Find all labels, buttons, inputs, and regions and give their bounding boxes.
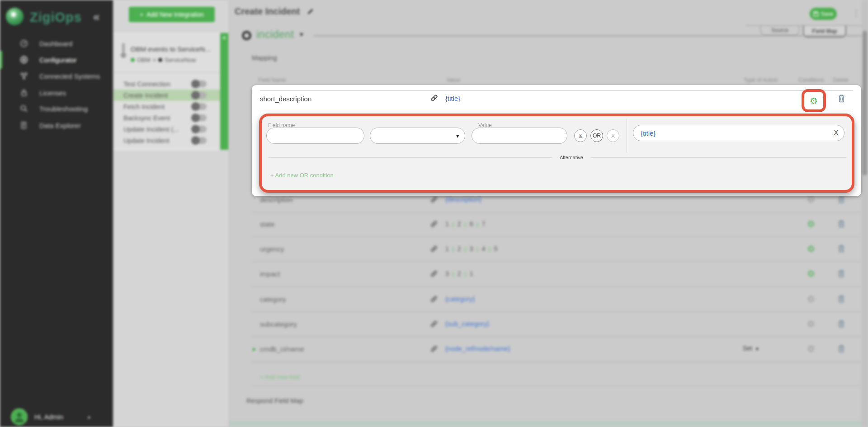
divider [260,112,853,112]
remove-condition-button[interactable]: X [607,129,619,142]
condition-editor-panel: Field name ▾ Value & OR X X Alternative … [259,114,854,193]
condition-result-input[interactable] [633,125,844,141]
or-operator-button[interactable]: OR [590,129,603,142]
conditions-highlight-box: ⚙ [802,89,826,112]
divider [627,119,627,152]
condition-value-input[interactable] [472,128,567,144]
link-icon [430,94,438,102]
clear-value-icon[interactable]: X [834,129,838,136]
alternative-label: Alternative [553,155,590,160]
divider [268,157,552,158]
and-operator-button[interactable]: & [574,129,587,142]
field-name: short_description [260,95,311,103]
add-new-or-condition-link[interactable]: + Add new OR condition [270,172,334,179]
delete-icon[interactable] [838,94,845,103]
conditions-gear-icon[interactable]: ⚙ [810,96,818,105]
divider [591,157,847,158]
app-window: ZigiOps « DashboardConfiguratorConnected… [0,0,868,427]
divider [260,90,853,91]
condition-operator-select[interactable] [370,128,465,144]
condition-field-name-input[interactable] [266,128,364,144]
field-value-token[interactable]: {title} [445,95,460,102]
